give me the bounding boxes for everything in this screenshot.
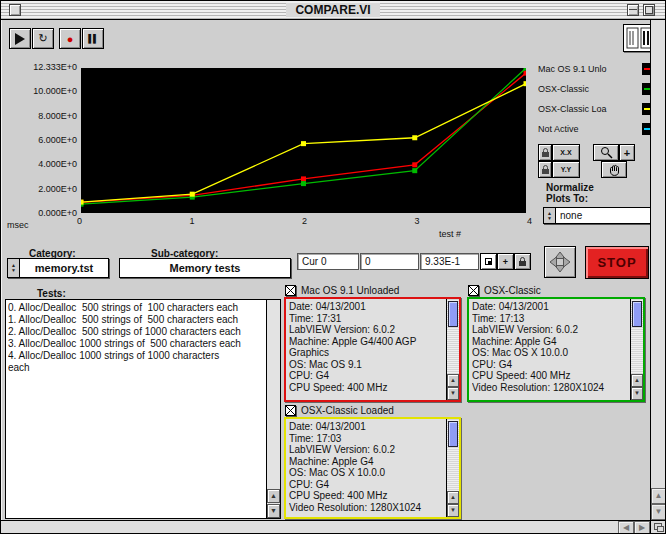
scroll-up-button[interactable]: ▲	[267, 489, 280, 503]
scroll-down-button[interactable]: ▼	[651, 504, 666, 520]
info-line: Video Resolution: 1280X1024	[289, 502, 443, 514]
scroll-up-button[interactable]: ▲	[447, 374, 459, 387]
cursor-name-field[interactable]: Cur 0	[297, 253, 359, 270]
lock-icon	[541, 147, 550, 158]
resize-grip[interactable]	[650, 520, 666, 534]
info-line: Video Resolution: 1280X1024	[472, 382, 627, 394]
normalize-plots-ring[interactable]: ▲▼ none	[543, 207, 661, 224]
up-arrow-icon: ▲	[655, 491, 663, 500]
info-line: OS: Mac OS 9.1	[289, 359, 443, 371]
legend-item-osx-classic-loaded[interactable]: OSX-Classic Loa	[538, 99, 664, 119]
y-scale-lock-button[interactable]	[538, 161, 552, 178]
subcategory-ring[interactable]: Memory tests	[119, 258, 291, 278]
infobox-scrollbar[interactable]: ▲ ▼	[630, 299, 643, 400]
infobox-macos91: Date: 04/13/2001Time: 17:31LabVIEW Versi…	[284, 297, 461, 402]
tests-scrollbar[interactable]: ▲ ▼	[266, 300, 280, 518]
stop-button[interactable]: STOP	[585, 246, 649, 279]
tests-listbox[interactable]: 0. Alloc/Dealloc 500 strings of 100 char…	[5, 299, 281, 519]
infobox-scrollbar[interactable]: ▲ ▼	[446, 299, 459, 400]
info-line: Time: 17:13	[472, 313, 627, 325]
x-tick-label: 2	[302, 216, 307, 226]
scroll-down-button[interactable]: ▼	[631, 387, 643, 400]
test-list-item[interactable]: 3. Alloc/Dealloc 1000 strings of 500 cha…	[8, 338, 264, 350]
info-line: LabVIEW Version: 6.0.2	[289, 444, 443, 456]
ring-arrows-icon[interactable]: ▲▼	[8, 259, 20, 277]
hand-icon	[607, 163, 622, 177]
info-line: LabVIEW Version: 6.0.2	[472, 324, 627, 336]
zoom-tool-button[interactable]	[593, 144, 619, 161]
cursor-y-field[interactable]: 9.33E-1	[420, 253, 479, 270]
info-line: OS: Mac OS X 10.0.0	[289, 467, 443, 479]
legend-label: Mac OS 9.1 Unlo	[538, 64, 642, 74]
ring-arrows-icon[interactable]: ▲▼	[544, 208, 556, 223]
tests-list-content: 0. Alloc/Dealloc 500 strings of 100 char…	[8, 302, 264, 516]
cursor-mover-pad[interactable]	[544, 246, 576, 278]
legend-item-macos91[interactable]: Mac OS 9.1 Unlo	[538, 59, 664, 79]
info-line: Time: 17:03	[289, 433, 443, 445]
pause-icon: ▌▌	[88, 34, 97, 43]
y-axis-unit-label: msec	[7, 220, 29, 230]
scroll-down-button[interactable]: ▼	[447, 387, 459, 400]
checkbox-osx-classic-loaded[interactable]	[285, 405, 296, 416]
collapse-box-icon[interactable]	[627, 4, 639, 16]
normalize-label-line1: Normalize	[546, 182, 594, 193]
scroll-left-button[interactable]: ◀	[618, 521, 634, 534]
plus-icon: +	[624, 147, 630, 159]
window-title: COMPARE.VI	[1, 3, 665, 17]
scroll-up-button[interactable]: ▲	[447, 491, 459, 504]
y-autoscale-button[interactable]: Y.Y	[552, 161, 580, 178]
window-horizontal-scrollbar[interactable]: ◀ ▶	[1, 520, 650, 534]
pan-tool-button[interactable]	[601, 161, 627, 178]
scrollbar-thumb[interactable]	[448, 421, 458, 447]
scroll-up-button[interactable]: ▲	[651, 488, 666, 504]
info-line: Machine: Apple G4/400 AGP Graphics	[289, 336, 443, 359]
scroll-down-button[interactable]: ▼	[267, 504, 280, 518]
info-line: CPU Speed: 400 MHz	[472, 370, 627, 382]
checkbox-macos91[interactable]	[285, 285, 296, 296]
checkbox-osx-classic[interactable]	[468, 285, 479, 296]
waveform-graph[interactable]	[81, 68, 526, 213]
scroll-right-button[interactable]: ▶	[634, 521, 650, 534]
category-ring[interactable]: ▲▼ memory.tst	[7, 258, 109, 278]
test-list-item[interactable]: 1. Alloc/Dealloc 500 strings of 500 char…	[8, 314, 264, 326]
legend-item-osx-classic[interactable]: OSX-Classic	[538, 79, 664, 99]
right-arrow-icon: ▶	[639, 523, 645, 532]
legend-label: Not Active	[538, 124, 642, 134]
close-box-icon[interactable]	[9, 4, 21, 16]
zoom-box-icon[interactable]	[643, 4, 655, 16]
cursor-x-field[interactable]: 0	[360, 253, 419, 270]
test-list-item[interactable]: 4. Alloc/Dealloc 1000 strings of 1000 ch…	[8, 350, 264, 362]
test-list-item[interactable]: each	[8, 362, 264, 374]
info-line: CPU: G4	[289, 479, 443, 491]
continuous-run-button[interactable]: ↻	[32, 28, 54, 49]
cursor-lock-button[interactable]	[514, 253, 531, 270]
infobox-scrollbar[interactable]: ▲ ▼	[446, 419, 459, 517]
y-tick-label: 4.000E+0	[38, 159, 77, 169]
crosshair-icon: +	[503, 257, 508, 267]
legend-item-not-active[interactable]: Not Active	[538, 119, 664, 139]
test-list-item[interactable]: 0. Alloc/Dealloc 500 strings of 100 char…	[8, 302, 264, 314]
subcategory-value: Memory tests	[120, 262, 290, 274]
crosshair-tool-button[interactable]: +	[619, 144, 635, 161]
title-bar[interactable]: COMPARE.VI	[1, 1, 665, 20]
scroll-up-button[interactable]: ▲	[631, 374, 643, 387]
abort-button[interactable]: ●	[59, 28, 81, 49]
up-arrow-icon: ▲	[270, 492, 277, 499]
info-line: Time: 17:31	[289, 313, 443, 325]
scroll-down-button[interactable]: ▼	[447, 504, 459, 517]
test-list-item[interactable]: 2. Alloc/Dealloc 500 strings of 1000 cha…	[8, 326, 264, 338]
x-scale-lock-button[interactable]	[538, 144, 552, 161]
x-autoscale-button[interactable]: X.X	[552, 144, 580, 161]
scrollbar-thumb[interactable]	[632, 301, 642, 327]
infobox-text: Date: 04/13/2001Time: 17:03LabVIEW Versi…	[289, 421, 443, 515]
run-button[interactable]	[9, 28, 31, 49]
y-tick-label: 6.000E+0	[38, 135, 77, 145]
cursor-style-button[interactable]	[480, 253, 497, 270]
pause-button[interactable]: ▌▌	[82, 28, 104, 49]
scrollbar-thumb[interactable]	[448, 301, 458, 327]
compare-vi-window: COMPARE.VI ↻ ● ▌▌ 12.333E+010.000E+08.00…	[0, 0, 666, 534]
window-vertical-scrollbar[interactable]: ▲ ▼	[650, 20, 666, 520]
cursor-select-button[interactable]: +	[497, 253, 514, 270]
category-value: memory.tst	[20, 262, 108, 274]
up-arrow-icon: ▲	[450, 494, 456, 500]
